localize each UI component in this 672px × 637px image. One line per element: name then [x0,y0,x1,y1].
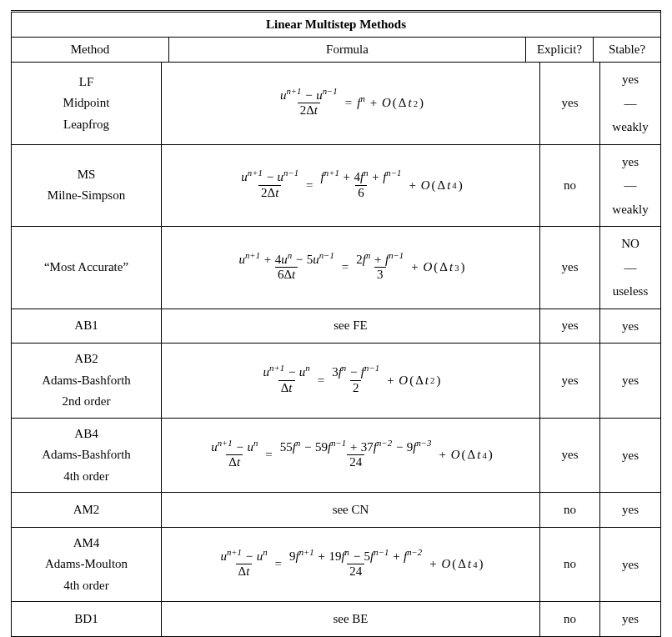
formula-eq: un+1 + 4un − 5un−16Δt=2fn + fn−13+ O(Δt3… [236,253,464,283]
method-cell: AM2 [12,493,162,527]
formula-cell: un+1 − unΔt=55fn − 59fn−1 + 37fn−2 − 9fn… [162,419,540,493]
stable-line: yes [622,150,639,174]
explicit-cell: yes [540,419,600,493]
formula-cell: see BE [162,602,540,636]
hdr-stable: Stable? [594,38,660,62]
table-row: AB1see FEyesyes [12,309,660,344]
formula-plain: see CN [333,503,369,517]
formula-eq: un+1 − unΔt=3fn − fn−12+ O(Δt2) [261,366,441,395]
stable-cell: yes—weakly [600,63,660,144]
table-row: “Most Accurate”un+1 + 4un − 5un−16Δt=2fn… [12,227,660,309]
method-line: Adams-Moulton [45,554,128,575]
formula-cell: see CN [162,493,540,527]
stable-line: weakly [612,198,648,222]
table-row: MSMilne-Simpsonun+1 − un−12Δt=fn+1 + 4fn… [12,145,660,228]
formula-cell: un+1 + 4un − 5un−16Δt=2fn + fn−13+ O(Δt3… [162,227,540,308]
table-body: LFMidpointLeapfrogun+1 − un−12Δt=fn+ O(Δ… [12,63,660,637]
method-line: AB4 [74,424,98,445]
method-cell: AB1 [12,309,162,344]
method-line: Adams-Bashforth [42,370,131,392]
method-cell: MSMilne-Simpson [12,145,162,227]
table-row: AB4Adams-Bashforth4th orderun+1 − unΔt=5… [12,419,660,494]
stable-line: yes [622,369,639,393]
explicit-cell: no [540,493,600,527]
stable-line: useless [613,279,649,303]
formula-eq: un+1 − unΔt=9fn+1 + 19fn − 5fn−1 + fn−22… [218,550,483,579]
formula-eq: un+1 − un−12Δt=fn+1 + 4fn + fn−16+ O(Δt4… [238,171,462,200]
hdr-explicit: Explicit? [526,38,594,62]
explicit-cell: no [540,602,600,636]
method-line: BD1 [74,609,98,630]
table-header: Method Formula Explicit? Stable? [12,38,660,63]
hdr-method: Method [12,38,169,62]
method-line: Adams-Bashforth [42,444,131,466]
stable-line: yes [622,498,639,522]
stable-line: yes [622,68,639,92]
stable-line: yes [622,607,639,631]
formula-cell: see FE [162,309,540,344]
stable-line: yes [622,444,639,468]
table-row: LFMidpointLeapfrogun+1 − un−12Δt=fn+ O(Δ… [12,63,660,145]
explicit-cell: no [540,145,600,227]
stable-line: — [624,256,637,280]
explicit-cell: yes [540,227,600,308]
stable-line: yes [622,314,639,339]
stable-line: weakly [612,115,648,139]
method-line: AM4 [73,533,100,554]
stable-line: — [624,173,637,198]
table-row: AM4Adams-Moulton4th orderun+1 − unΔt=9fn… [12,528,660,603]
formula-plain: see BE [333,612,368,626]
table-row: AB2Adams-Bashforth2nd orderun+1 − unΔt=3… [12,344,660,419]
method-line: LF [79,72,94,93]
method-cell: AB4Adams-Bashforth4th order [12,419,162,493]
table-title: Linear Multistep Methods [12,13,660,38]
stable-line: yes [622,553,639,577]
explicit-cell: no [540,528,600,602]
table-row: BD1see BEnoyes [12,602,660,637]
method-cell: BD1 [12,602,162,636]
method-cell: AM4Adams-Moulton4th order [12,528,162,602]
formula-cell: un+1 − un−12Δt=fn+1 + 4fn + fn−16+ O(Δt4… [162,145,540,227]
stable-cell: yes [600,602,660,636]
method-line: Milne-Simpson [48,185,125,207]
stable-cell: yes [600,493,660,527]
method-line: “Most Accurate” [44,257,128,278]
stable-cell: yes [600,419,660,493]
hdr-formula: Formula [169,38,526,62]
formula-eq: un+1 − unΔt=55fn − 59fn−1 + 37fn−2 − 9fn… [208,441,493,470]
table-row: AM2see CNnoyes [12,493,660,528]
stable-line: — [624,92,637,116]
method-line: 2nd order [63,391,111,413]
method-line: 4th order [63,575,109,597]
formula-cell: un+1 − unΔt=3fn − fn−12+ O(Δt2) [162,344,540,418]
method-cell: “Most Accurate” [12,227,162,308]
method-line: AM2 [73,499,100,521]
stable-cell: NO—useless [600,227,660,308]
formula-cell: un+1 − unΔt=9fn+1 + 19fn − 5fn−1 + fn−22… [162,528,540,602]
stable-cell: yes [600,528,660,602]
stable-cell: yes—weakly [600,145,660,227]
formula-plain: see FE [333,318,367,333]
stable-line: NO [621,232,639,256]
method-cell: LFMidpointLeapfrog [12,63,162,144]
method-line: AB2 [74,349,98,370]
method-cell: AB2Adams-Bashforth2nd order [12,344,162,418]
methods-table: Linear Multistep Methods Method Formula … [11,10,661,637]
method-line: AB1 [74,315,98,337]
method-line: Midpoint [63,93,110,114]
method-line: Leapfrog [63,114,109,136]
stable-cell: yes [600,309,660,344]
stable-cell: yes [600,344,660,418]
method-line: 4th order [63,466,109,488]
formula-cell: un+1 − un−12Δt=fn+ O(Δt2) [162,63,540,144]
explicit-cell: yes [540,63,600,144]
formula-eq: un+1 − un−12Δt=fn+ O(Δt2) [278,89,424,118]
method-line: MS [78,164,96,186]
explicit-cell: yes [540,344,600,418]
explicit-cell: yes [540,309,600,344]
